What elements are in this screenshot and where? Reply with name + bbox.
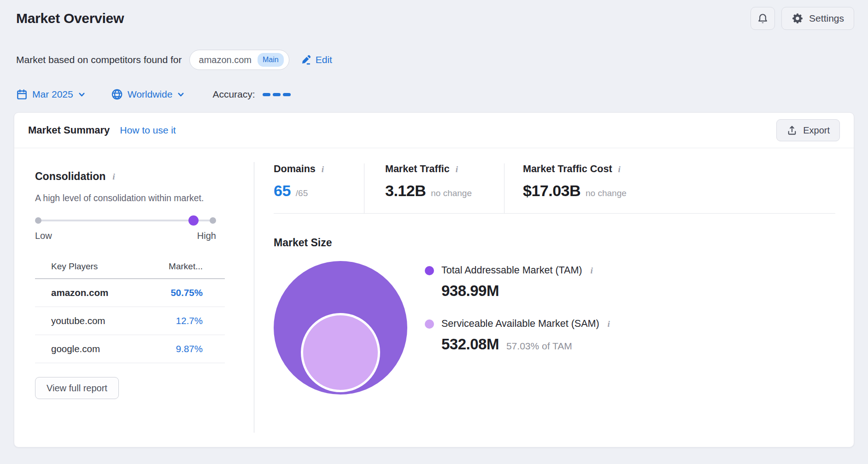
stat-label-row: Market Traffic Cost i xyxy=(523,163,627,175)
stat-value-row: $17.03B no change xyxy=(523,182,627,200)
info-icon[interactable]: i xyxy=(589,266,593,276)
key-player-domain[interactable]: amazon.com xyxy=(35,279,142,307)
consolidation-slider xyxy=(35,215,216,226)
slider-end-low xyxy=(35,217,41,224)
card-header: Market Summary How to use it Export xyxy=(14,113,854,148)
legend-label-row: Total Addressable Market (TAM) i xyxy=(425,265,611,276)
key-player-share: 12.7% xyxy=(142,307,225,335)
col-market-share[interactable]: Market... xyxy=(142,261,225,279)
info-icon[interactable]: i xyxy=(455,164,459,174)
market-size-chart: Total Addressable Market (TAM) i 938.99M… xyxy=(274,261,835,394)
chevron-down-icon xyxy=(78,91,86,99)
stat-domains: Domains i 65 /65 xyxy=(274,163,364,213)
stat-suffix: no change xyxy=(586,188,627,198)
legend-value-row: 532.08M 57.03% of TAM xyxy=(441,336,611,353)
stat-value: 3.12B xyxy=(385,182,426,200)
settings-label: Settings xyxy=(809,13,844,24)
legend-item-sam: Serviceable Available Market (SAM) i 532… xyxy=(425,318,611,353)
slider-track xyxy=(37,220,214,221)
consolidation-panel: Consolidation i A high level of consolid… xyxy=(14,148,254,447)
stat-label-row: Domains i xyxy=(274,163,364,175)
market-based-row: Market based on competitors found for am… xyxy=(14,50,854,70)
stat-label: Market Traffic Cost xyxy=(523,163,612,175)
key-player-share: 50.75% xyxy=(142,279,225,307)
sam-value: 532.08M xyxy=(441,336,499,353)
table-header-row: Key Players Market... xyxy=(35,261,225,279)
bell-icon xyxy=(757,12,769,25)
settings-button[interactable]: Settings xyxy=(781,7,854,30)
consolidation-description: A high level of consolidation within mar… xyxy=(35,191,206,205)
stat-market-traffic-cost: Market Traffic Cost i $17.03B no change xyxy=(504,163,627,213)
slider-label-low: Low xyxy=(35,231,52,241)
stat-label: Domains xyxy=(274,163,316,175)
slider-end-high xyxy=(210,217,216,224)
globe-icon xyxy=(111,88,123,100)
consolidation-title: Consolidation xyxy=(35,170,106,183)
edit-market-link[interactable]: Edit xyxy=(300,54,332,65)
sam-bubble[interactable] xyxy=(301,313,380,392)
calendar-icon xyxy=(16,89,28,100)
info-icon[interactable]: i xyxy=(617,164,622,174)
market-stats-panel: Domains i 65 /65 Market Traffic i xyxy=(254,148,854,447)
card-title: Market Summary xyxy=(28,124,110,136)
info-icon[interactable]: i xyxy=(111,172,116,182)
stat-label: Market Traffic xyxy=(385,163,450,175)
view-full-report-button[interactable]: View full report xyxy=(35,377,119,399)
col-key-players: Key Players xyxy=(35,261,142,279)
date-filter-value: Mar 2025 xyxy=(32,89,73,100)
page-header: Market Overview Settings xyxy=(14,6,854,30)
stat-value: $17.03B xyxy=(523,182,581,200)
how-to-use-link[interactable]: How to use it xyxy=(120,125,176,136)
key-player-share: 9.87% xyxy=(142,335,225,363)
location-filter-value: Worldwide xyxy=(128,89,173,100)
tam-dot-icon xyxy=(425,266,434,275)
legend-label-row: Serviceable Available Market (SAM) i xyxy=(425,318,611,330)
market-summary-card: Market Summary How to use it Export Cons… xyxy=(14,112,854,447)
export-button[interactable]: Export xyxy=(776,119,840,141)
chart-legend: Total Addressable Market (TAM) i 938.99M… xyxy=(425,261,611,394)
accuracy-meter[interactable] xyxy=(263,93,291,96)
stat-value-row: 65 /65 xyxy=(274,182,364,200)
filters-row: Mar 2025 Worldwide Accuracy: xyxy=(14,88,854,100)
edit-label: Edit xyxy=(316,54,332,65)
pencil-icon xyxy=(300,54,311,65)
info-icon[interactable]: i xyxy=(607,319,611,329)
accuracy-dash xyxy=(273,93,281,96)
market-overview-page: Market Overview Settings Market based on… xyxy=(0,0,868,447)
location-filter[interactable]: Worldwide xyxy=(111,88,185,100)
export-icon xyxy=(786,125,798,136)
table-row: youtube.com 12.7% xyxy=(35,307,225,335)
accuracy-label: Accuracy: xyxy=(212,89,255,100)
key-player-domain[interactable]: google.com xyxy=(35,335,142,363)
date-filter[interactable]: Mar 2025 xyxy=(16,89,86,100)
consolidation-title-row: Consolidation i xyxy=(35,170,254,183)
accuracy-dash xyxy=(283,93,291,96)
tam-value: 938.99M xyxy=(441,282,499,300)
page-title: Market Overview xyxy=(14,11,124,26)
key-player-domain[interactable]: youtube.com xyxy=(35,307,142,335)
export-label: Export xyxy=(803,125,830,136)
column-divider xyxy=(254,162,254,433)
slider-handle xyxy=(188,215,199,226)
main-badge: Main xyxy=(258,53,284,67)
stat-suffix: no change xyxy=(431,188,472,198)
stat-value[interactable]: 65 xyxy=(274,182,291,200)
table-row: amazon.com 50.75% xyxy=(35,279,225,307)
gear-icon xyxy=(792,12,803,24)
seed-domain: amazon.com xyxy=(199,55,252,65)
info-icon[interactable]: i xyxy=(321,164,325,174)
accuracy-indicator: Accuracy: xyxy=(212,89,290,100)
sam-label: Serviceable Available Market (SAM) xyxy=(441,318,599,330)
key-players-table: Key Players Market... amazon.com 50.75% … xyxy=(35,261,225,363)
slider-labels: Low High xyxy=(35,231,216,241)
stat-label-row: Market Traffic i xyxy=(385,163,504,175)
sam-percent-of-tam: 57.03% of TAM xyxy=(506,341,572,352)
stat-market-traffic: Market Traffic i 3.12B no change xyxy=(364,163,504,213)
notifications-button[interactable] xyxy=(751,7,775,30)
seed-domain-pill[interactable]: amazon.com Main xyxy=(189,50,289,70)
legend-value-row: 938.99M xyxy=(441,282,611,300)
market-size-title: Market Size xyxy=(274,237,835,249)
slider-label-high: High xyxy=(197,231,216,241)
sam-dot-icon xyxy=(425,319,434,329)
accuracy-dash xyxy=(263,93,270,96)
